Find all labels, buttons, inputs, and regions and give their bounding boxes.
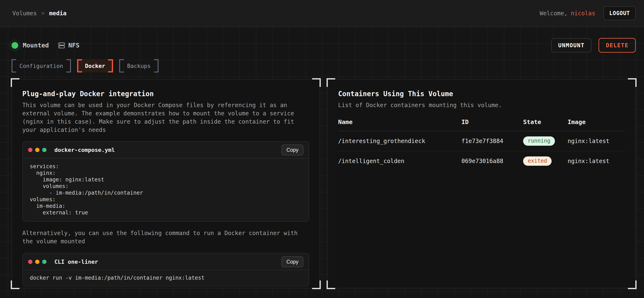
containers-table: Name ID State Image /interesting_grothen…	[338, 119, 625, 171]
tab-backups[interactable]: Backups	[119, 59, 158, 72]
tab-bar: Configuration Docker Backups	[12, 59, 636, 72]
corner-bracket	[11, 78, 20, 87]
breadcrumb-separator-icon: >	[41, 10, 45, 16]
traffic-light-amber-icon	[35, 260, 40, 264]
table-header-row: Name ID State Image	[338, 119, 625, 131]
traffic-light-red-icon	[28, 148, 32, 152]
container-image: nginx:latest	[568, 151, 625, 171]
window-dots	[28, 148, 46, 152]
copy-button[interactable]: Copy	[282, 256, 304, 267]
corner-bracket	[312, 281, 321, 289]
welcome-text: Welcome,	[540, 10, 568, 17]
container-id: f1e73e7f3884	[462, 131, 523, 151]
mounted-status-icon	[12, 42, 18, 49]
corner-bracket	[326, 281, 335, 289]
delete-button[interactable]: DELETE	[598, 38, 636, 53]
volume-status: Mounted NFS	[12, 42, 80, 49]
copy-button[interactable]: Copy	[282, 145, 304, 155]
docker-integration-panel: Plug-and-play Docker integration This vo…	[12, 79, 320, 288]
username: nicolas	[571, 10, 595, 17]
cli-code-block: CLI one-liner Copy docker run -v im-medi…	[22, 253, 309, 287]
tab-configuration[interactable]: Configuration	[12, 59, 71, 72]
status-badge: exited	[523, 156, 552, 166]
unmount-button[interactable]: UNMOUNT	[551, 38, 592, 52]
breadcrumb-current: media	[49, 10, 66, 17]
column-header-name: Name	[338, 119, 462, 131]
containers-panel: Containers Using This Volume List of Doc…	[327, 79, 636, 288]
corner-bracket	[312, 78, 321, 87]
panel-subtitle: List of Docker containers mounting this …	[338, 101, 625, 109]
server-icon	[58, 42, 65, 49]
window-dots	[28, 260, 46, 264]
topbar: Volumes > media Welcome, nicolas LOGOUT	[0, 0, 644, 27]
breadcrumb: Volumes > media	[12, 10, 66, 17]
column-header-state: State	[523, 119, 568, 131]
corner-bracket	[628, 281, 636, 289]
compose-code: services: nginx: image: nginx:latest vol…	[23, 158, 309, 221]
traffic-light-green-icon	[42, 148, 46, 152]
container-name: /interesting_grothendieck	[338, 131, 462, 151]
tab-docker[interactable]: Docker	[77, 59, 113, 72]
corner-bracket	[326, 78, 335, 87]
topbar-right: Welcome, nicolas LOGOUT	[540, 6, 636, 20]
status-actions-row: Mounted NFS UNMOUNT DELETE	[12, 38, 636, 53]
volume-actions: UNMOUNT DELETE	[551, 38, 636, 53]
cli-code: docker run -v im-media:/path/in/containe…	[23, 270, 309, 286]
corner-bracket	[628, 78, 636, 87]
code-block-header: docker-compose.yml Copy	[23, 142, 309, 158]
panel-title: Containers Using This Volume	[338, 90, 625, 98]
panel-description: This volume can be used in your Docker C…	[22, 101, 309, 134]
container-name: /intelligent_colden	[338, 151, 462, 171]
corner-bracket	[11, 281, 20, 289]
driver-group: NFS	[58, 42, 79, 49]
logout-button[interactable]: LOGOUT	[604, 6, 636, 20]
table-row: /interesting_grothendieck f1e73e7f3884 r…	[338, 131, 625, 151]
traffic-light-green-icon	[42, 260, 46, 264]
container-image: nginx:latest	[568, 131, 625, 151]
driver-label: NFS	[68, 42, 79, 49]
code-block-header: CLI one-liner Copy	[23, 253, 309, 270]
container-id: 069e73016a88	[462, 151, 523, 171]
panel-title: Plug-and-play Docker integration	[22, 90, 309, 98]
traffic-light-red-icon	[28, 260, 32, 264]
mounted-label: Mounted	[23, 42, 49, 49]
status-badge: running	[523, 137, 555, 146]
code-filename: docker-compose.yml	[54, 147, 115, 153]
cli-intro-text: Alternatively, you can use the following…	[22, 229, 309, 246]
breadcrumb-volumes-link[interactable]: Volumes	[12, 10, 37, 17]
column-header-id: ID	[462, 119, 523, 131]
column-header-image: Image	[568, 119, 625, 131]
table-row: /intelligent_colden 069e73016a88 exited …	[338, 151, 625, 171]
compose-code-block: docker-compose.yml Copy services: nginx:…	[22, 141, 309, 222]
content-panels: Plug-and-play Docker integration This vo…	[12, 79, 636, 288]
code-filename: CLI one-liner	[54, 259, 98, 265]
traffic-light-amber-icon	[35, 148, 40, 152]
